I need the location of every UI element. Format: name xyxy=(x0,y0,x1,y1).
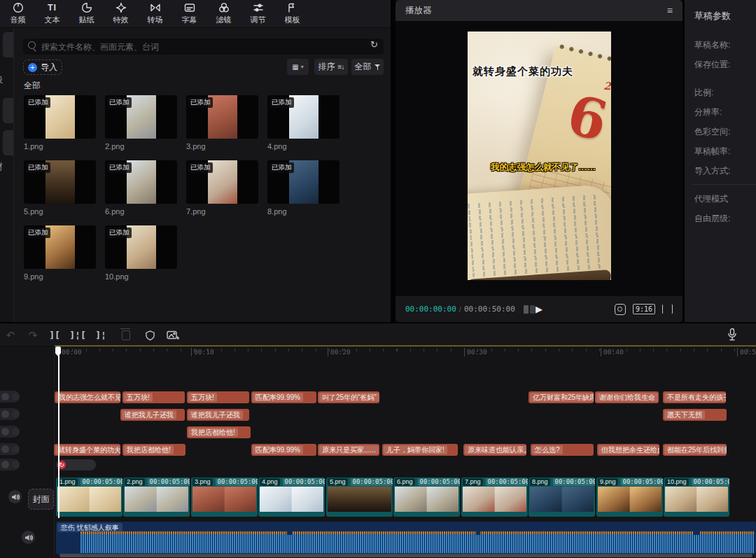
tab-transitions[interactable]: 转场 xyxy=(138,0,172,27)
view-mode-button[interactable]: ▦ ▾ xyxy=(287,59,309,75)
track-toggle-icon[interactable] xyxy=(12,428,20,435)
media-item[interactable]: 已添加 8.png xyxy=(267,160,340,216)
track-toggle-icon[interactable] xyxy=(1,461,9,468)
track-toggle-icon[interactable] xyxy=(1,410,9,418)
media-item[interactable]: 已添加 2.png xyxy=(105,95,177,151)
preview-focus-icon[interactable] xyxy=(615,304,626,315)
text-clip[interactable]: 原来味道也能认亲。 xyxy=(463,444,526,456)
text-clip[interactable]: 就转身盛个菜的功夫 xyxy=(54,444,120,456)
text-clip[interactable]: 原来只是买家...... xyxy=(318,444,379,456)
video-clip[interactable]: 3.png00:00:05:00 xyxy=(191,477,258,517)
media-item[interactable]: 已添加 5.png xyxy=(24,160,96,216)
delete-icon[interactable] xyxy=(118,328,134,342)
video-clip[interactable]: 9.png00:00:05:00 xyxy=(596,477,663,517)
media-item[interactable]: 已添加 7.png xyxy=(186,160,258,216)
track-toggle-icon[interactable] xyxy=(12,393,20,400)
track-toggle-icon[interactable] xyxy=(1,428,9,435)
tab-audio[interactable]: 音频 xyxy=(1,0,35,27)
tab-sticker[interactable]: 贴纸 xyxy=(69,0,104,27)
undo-icon[interactable]: ↶ xyxy=(3,328,18,342)
sort-button[interactable]: 排序 ≡↓ xyxy=(314,59,348,75)
video-clip[interactable]: 4.png00:00:05:00 xyxy=(258,477,325,517)
split-keep-right-icon[interactable]: ]¦ xyxy=(92,328,109,342)
track-toggle-icon[interactable] xyxy=(12,445,20,453)
track-toggle-icon[interactable] xyxy=(1,445,9,453)
track-toggle-icon[interactable] xyxy=(12,410,20,418)
param-color-space: 色彩空间: xyxy=(694,126,730,138)
video-track-mute-icon[interactable] xyxy=(8,490,22,503)
media-item[interactable]: 已添加 10.png xyxy=(105,225,177,281)
rail-tile[interactable] xyxy=(3,130,14,155)
tab-adjust[interactable]: 调节 xyxy=(241,0,275,27)
preview-title-text[interactable]: 就转身盛个菜的功夫 xyxy=(472,65,573,78)
split-icon[interactable]: ][ xyxy=(46,328,63,342)
microphone-icon[interactable] xyxy=(727,328,738,344)
media-item[interactable]: 已添加 6.png xyxy=(105,160,177,216)
text-clip[interactable]: 匹配率99.99% xyxy=(251,444,316,456)
video-clip[interactable]: 6.png00:00:05:00 xyxy=(393,477,460,517)
split-keep-left-icon[interactable]: ]¦[ xyxy=(69,328,86,342)
tab-text[interactable]: TI 文本 xyxy=(35,0,69,27)
video-clip[interactable]: 8.png00:00:05:00 xyxy=(528,477,595,517)
mask-shield-icon[interactable] xyxy=(141,328,158,342)
aspect-ratio-button[interactable]: 9:16 xyxy=(633,304,655,314)
effect-clip[interactable]: ↻ xyxy=(56,459,96,470)
media-item[interactable]: 已添加 9.png xyxy=(24,225,96,281)
text-clip[interactable]: 叫了25年的“爸妈” xyxy=(318,391,379,403)
text-clip[interactable]: 谢谢你们给我生命 xyxy=(595,391,659,403)
play-button[interactable]: ▶ xyxy=(536,304,542,314)
tab-captions[interactable]: 字幕 xyxy=(172,0,206,27)
rail-tile[interactable] xyxy=(3,98,14,123)
text-clip[interactable]: 儿子，妈带你回家! xyxy=(382,444,458,456)
video-clip[interactable]: 1.png00:00:05:00 xyxy=(56,477,122,517)
text-clip[interactable]: 但我想把余生还给血缘 xyxy=(597,444,659,456)
rail-tile[interactable] xyxy=(3,32,14,57)
player-menu-icon[interactable]: ≡ xyxy=(667,5,673,16)
preview-quality-icon[interactable] xyxy=(524,305,535,314)
video-clip[interactable]: 7.png00:00:05:00 xyxy=(461,477,528,517)
timeline-ruler[interactable] xyxy=(55,347,756,358)
text-clip[interactable]: 五万块! xyxy=(187,391,249,403)
text-clip[interactable]: 谁把我儿子还我 xyxy=(187,409,249,421)
refresh-icon[interactable]: ↻ xyxy=(370,39,378,50)
video-clip[interactable]: 5.png00:00:05:00 xyxy=(326,477,393,517)
track-toggle-icon[interactable] xyxy=(12,461,20,468)
text-clip[interactable]: 匹配率99.99% xyxy=(251,391,316,403)
text-clip[interactable]: 不是所有走失的孩子 xyxy=(663,391,726,403)
media-filename: 9.png xyxy=(24,272,96,281)
text-clip[interactable]: 怎么选? xyxy=(531,444,594,456)
tab-effects[interactable]: 特效 xyxy=(104,0,138,27)
draft-params-panel: 草稿参数 草稿名称: 保存位置: 比例: 分辨率: 色彩空间: 草稿帧率: 导入… xyxy=(685,0,756,322)
video-preview[interactable]: 2022 6 就转身盛个菜的功夫 我的志强怎么就不见了…… xyxy=(468,32,611,280)
media-filename: 8.png xyxy=(267,207,340,216)
import-button[interactable]: + 导入 xyxy=(23,60,62,75)
text-clip[interactable]: 谁把我儿子还我 xyxy=(120,409,185,421)
video-clip[interactable]: 2.png00:00:05:00 xyxy=(123,477,190,517)
text-clip[interactable]: 亿万财富和25年缺席的 xyxy=(528,391,594,403)
media-item[interactable]: 已添加 4.png xyxy=(267,95,340,151)
ruler-label: 00:30 xyxy=(464,348,487,356)
text-clip[interactable]: 愿天下无拐 xyxy=(663,409,727,421)
tab-templates[interactable]: 模板 xyxy=(275,0,309,27)
text-clip[interactable]: 我把店都给他! xyxy=(187,426,251,438)
image-audio-icon[interactable] xyxy=(164,328,182,342)
audio-clip[interactable]: 悲伤 忧郁感人叙事 xyxy=(56,522,756,554)
text-clip[interactable]: 五万块! xyxy=(122,391,185,403)
filter-all-button[interactable]: 全部 xyxy=(351,59,384,75)
text-clip[interactable]: 我的志强怎么就不见了... xyxy=(55,391,120,403)
ruler-label: 00:00 xyxy=(59,348,82,356)
search-input[interactable] xyxy=(23,39,384,55)
text-clip[interactable]: 都能在25年后找到归途 xyxy=(663,444,727,456)
preview-subtitle-text[interactable]: 我的志强怎么就不见了…… xyxy=(491,162,596,174)
fullscreen-icon[interactable] xyxy=(662,304,673,314)
redo-icon[interactable]: ↷ xyxy=(25,328,41,342)
tab-filters[interactable]: 滤镜 xyxy=(206,0,241,27)
media-item[interactable]: 已添加 1.png xyxy=(24,95,96,151)
audio-track-mute-icon[interactable] xyxy=(22,531,35,544)
cover-button[interactable]: 封面 xyxy=(28,489,54,510)
track-toggle-icon[interactable] xyxy=(1,393,9,400)
text-clip[interactable]: 我把店都给他! xyxy=(122,444,186,456)
media-item[interactable]: 已添加 3.png xyxy=(186,95,258,151)
horizontal-scrollbar[interactable] xyxy=(59,554,752,557)
video-clip[interactable]: 10.png00:00:05:00 xyxy=(664,477,729,517)
